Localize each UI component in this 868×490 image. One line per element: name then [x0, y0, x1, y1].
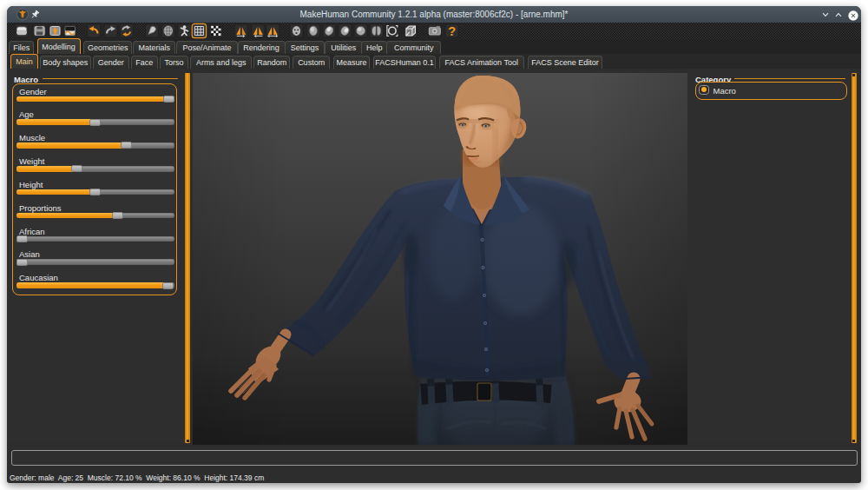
svg-text:?: ?: [448, 24, 456, 38]
